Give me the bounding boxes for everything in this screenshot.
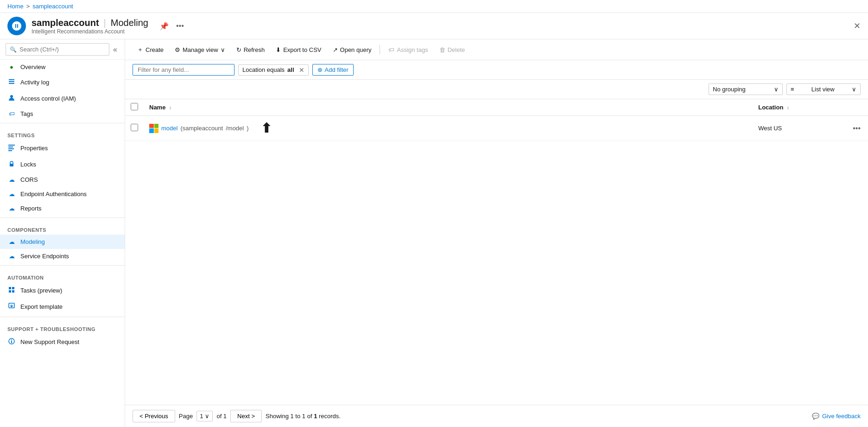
- sidebar-item-cors[interactable]: ☁ CORS: [0, 172, 125, 187]
- sidebar-item-service-endpoints[interactable]: ☁ Service Endpoints: [0, 249, 125, 263]
- create-button[interactable]: ＋ Create: [133, 43, 168, 56]
- model-path-suffix: /model: [226, 125, 244, 132]
- filter-tag-value: all: [287, 66, 294, 73]
- search-box[interactable]: 🔍: [6, 43, 109, 56]
- support-icon: [7, 338, 16, 346]
- add-filter-button[interactable]: ⊕ Add filter: [312, 64, 354, 76]
- search-input[interactable]: [19, 46, 105, 53]
- row-more-actions-button[interactable]: •••: [851, 122, 862, 134]
- sidebar-item-overview[interactable]: ● Overview: [0, 60, 125, 74]
- pin-button[interactable]: 📌: [158, 20, 171, 32]
- filter-tag-label: Location equals: [242, 66, 285, 73]
- add-filter-label: Add filter: [325, 66, 348, 73]
- sidebar-item-properties[interactable]: Properties: [0, 140, 125, 156]
- sidebar-item-tasks[interactable]: Tasks (preview): [0, 282, 125, 299]
- svg-rect-7: [8, 150, 12, 151]
- arrow-up-indicator: ⬆: [261, 121, 272, 136]
- export-template-icon: [7, 302, 16, 311]
- filter-input[interactable]: [133, 64, 234, 76]
- close-button[interactable]: ✕: [854, 21, 861, 31]
- sidebar-cors-label: CORS: [20, 176, 38, 183]
- model-name-link[interactable]: model: [161, 125, 177, 132]
- row-checkbox[interactable]: [131, 124, 138, 131]
- manage-view-icon: ⚙: [175, 46, 180, 53]
- filter-tag-close[interactable]: ✕: [299, 66, 304, 74]
- sidebar-overview-label: Overview: [20, 64, 45, 70]
- sidebar-new-support-label: New Support Request: [20, 338, 79, 345]
- showing-text: Showing 1 to 1 of 1 records.: [266, 413, 341, 420]
- account-icon: [7, 17, 26, 35]
- sidebar-item-endpoint-auth[interactable]: ☁ Endpoint Authentications: [0, 187, 125, 201]
- sidebar-item-modeling[interactable]: ☁ Modeling: [0, 235, 125, 249]
- data-table: Name ↕ Location ↕: [125, 99, 868, 141]
- sidebar-item-access-control[interactable]: Access control (IAM): [0, 90, 125, 107]
- filter-bar: Location equals all ✕ ⊕ Add filter: [125, 60, 868, 80]
- overview-icon: ●: [7, 64, 16, 70]
- assign-tags-icon: 🏷: [388, 46, 394, 53]
- grouping-selector[interactable]: No grouping ∨: [709, 83, 783, 95]
- sidebar-endpoint-auth-label: Endpoint Authentications: [20, 191, 87, 198]
- toolbar-separator: [380, 45, 380, 54]
- svg-rect-11: [9, 290, 11, 293]
- filter-tag-location: Location equals all ✕: [238, 64, 309, 76]
- svg-rect-1: [9, 81, 14, 82]
- row-location-value: West US: [758, 125, 782, 132]
- page-label: Page: [179, 413, 193, 420]
- manage-view-button[interactable]: ⚙ Manage view ∨: [170, 44, 230, 56]
- components-section-label: Components: [0, 222, 125, 235]
- sidebar-item-tags[interactable]: 🏷 Tags: [0, 107, 125, 121]
- breadcrumb-current[interactable]: sampleaccount: [32, 3, 73, 10]
- activity-log-icon: [7, 78, 16, 87]
- add-filter-icon: ⊕: [317, 66, 323, 73]
- sidebar-item-reports[interactable]: ☁ Reports: [0, 201, 125, 216]
- assign-tags-label: Assign tags: [397, 46, 428, 53]
- row-more-actions-cell[interactable]: •••: [845, 116, 868, 141]
- more-options-button[interactable]: •••: [174, 20, 186, 32]
- refresh-label: Refresh: [244, 46, 265, 53]
- table-row: model (sampleaccount /model ) ⬆ West US: [125, 116, 868, 141]
- table-select-all-header[interactable]: [125, 99, 144, 116]
- view-type-selector[interactable]: ≡ List view ∨: [786, 83, 861, 95]
- row-checkbox-cell[interactable]: [125, 116, 144, 141]
- delete-button[interactable]: 🗑 Delete: [435, 44, 470, 56]
- svg-rect-5: [8, 147, 13, 147]
- create-label: Create: [146, 46, 164, 53]
- page-dropdown-icon: ∨: [205, 413, 209, 420]
- breadcrumb-home[interactable]: Home: [7, 3, 24, 10]
- sidebar-item-export-template[interactable]: Export template: [0, 299, 125, 315]
- give-feedback-button[interactable]: 💬 Give feedback: [812, 413, 861, 420]
- assign-tags-button[interactable]: 🏷 Assign tags: [384, 44, 432, 56]
- svg-rect-10: [12, 287, 14, 289]
- sidebar-collapse-button[interactable]: «: [111, 44, 119, 56]
- feedback-label: Give feedback: [822, 413, 861, 420]
- previous-button[interactable]: < Previous: [133, 410, 175, 422]
- model-path-prefix: (sampleaccount: [180, 125, 223, 132]
- sidebar-tasks-label: Tasks (preview): [20, 287, 62, 294]
- delete-label: Delete: [448, 46, 465, 53]
- table-area: No grouping ∨ ≡ List view ∨: [125, 80, 868, 405]
- sidebar-item-locks[interactable]: Locks: [0, 156, 125, 172]
- header-account-name: sampleaccount: [32, 18, 99, 28]
- svg-rect-8: [10, 164, 13, 166]
- modeling-icon: ☁: [7, 238, 16, 245]
- svg-rect-9: [9, 287, 11, 289]
- name-column-label: Name: [149, 104, 165, 111]
- table-header-location[interactable]: Location ↕: [753, 99, 845, 116]
- feedback-icon: 💬: [812, 413, 819, 420]
- select-all-checkbox[interactable]: [131, 103, 138, 110]
- svg-rect-12: [12, 290, 14, 293]
- export-csv-button[interactable]: ⬇ Export to CSV: [271, 44, 326, 56]
- sidebar-item-activity-log[interactable]: Activity log: [0, 74, 125, 90]
- table-header-name[interactable]: Name ↕: [144, 99, 753, 116]
- page-number-selector[interactable]: 1 ∨: [196, 411, 213, 421]
- showing-suffix: records.: [319, 413, 341, 420]
- row-name-cell: model (sampleaccount /model ) ⬆: [144, 116, 753, 141]
- open-query-button[interactable]: ↗ Open query: [328, 44, 376, 56]
- svg-rect-6: [8, 148, 14, 149]
- refresh-icon: ↻: [236, 46, 241, 53]
- next-button[interactable]: Next >: [230, 410, 262, 422]
- ms-icon-q3: [149, 128, 154, 133]
- sidebar-item-new-support[interactable]: New Support Request: [0, 334, 125, 350]
- sidebar-modeling-label: Modeling: [20, 238, 45, 245]
- refresh-button[interactable]: ↻ Refresh: [232, 44, 270, 56]
